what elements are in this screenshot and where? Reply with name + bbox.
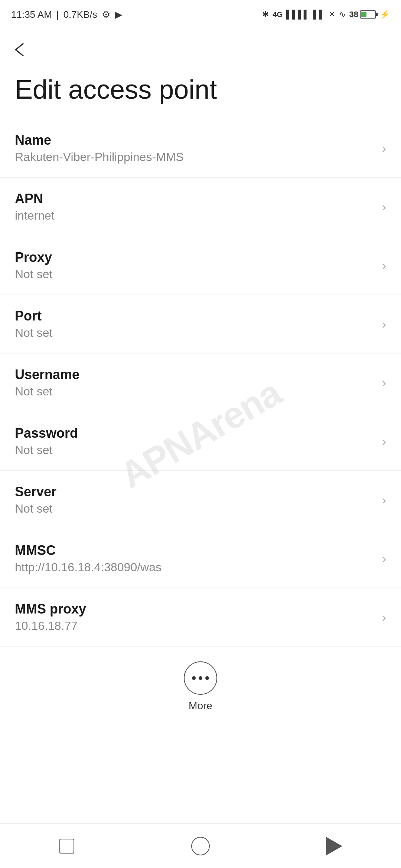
nav-home-button[interactable] (182, 835, 219, 857)
bluetooth-icon: ✱ (262, 10, 269, 19)
charging-icon: ⚡ (380, 10, 390, 19)
settings-item-mms-proxy[interactable]: MMS proxy 10.16.18.77 › (0, 588, 401, 647)
wifi-icon: ∿ (339, 10, 346, 19)
settings-item-name-label: Name (15, 132, 375, 148)
settings-item-apn-content: APN internet (15, 191, 375, 223)
status-left: 11:35 AM | 0.7KB/s ⚙ ▶ (11, 9, 122, 20)
settings-item-password-content: Password Not set (15, 425, 375, 457)
settings-item-mms-proxy-content: MMS proxy 10.16.18.77 (15, 601, 375, 633)
settings-item-password[interactable]: Password Not set › (0, 412, 401, 471)
more-label: More (189, 700, 212, 712)
recent-apps-icon (59, 839, 74, 854)
settings-item-server-value: Not set (15, 502, 375, 516)
network-speed: 0.7KB/s (63, 9, 97, 20)
signal-x-icon: ✕ (329, 10, 335, 19)
nav-recent-apps-button[interactable] (48, 835, 85, 857)
settings-item-proxy-content: Proxy Not set (15, 250, 375, 281)
chevron-right-icon: › (382, 493, 386, 507)
settings-item-username-label: Username (15, 367, 375, 382)
video-icon: ▶ (115, 9, 122, 20)
settings-item-mms-proxy-value: 10.16.18.77 (15, 619, 375, 633)
settings-item-proxy-label: Proxy (15, 250, 375, 265)
navigation-bar (0, 823, 401, 868)
back-arrow-icon (11, 41, 29, 59)
more-dots-icon (192, 676, 209, 680)
more-button-container[interactable]: More (0, 647, 401, 723)
settings-item-mmsc-value: http://10.16.18.4:38090/was (15, 560, 375, 574)
settings-item-proxy[interactable]: Proxy Not set › (0, 236, 401, 295)
settings-item-apn-label: APN (15, 191, 375, 207)
status-right: ✱ 4G ▌▌▌▌ ▌▌ ✕ ∿ 38 ⚡ (262, 10, 390, 19)
status-bar: 11:35 AM | 0.7KB/s ⚙ ▶ ✱ 4G ▌▌▌▌ ▌▌ ✕ ∿ … (0, 0, 401, 26)
settings-icon: ⚙ (102, 9, 110, 20)
settings-item-mms-proxy-label: MMS proxy (15, 601, 375, 617)
settings-item-username[interactable]: Username Not set › (0, 354, 401, 412)
chevron-right-icon: › (382, 258, 386, 273)
chevron-right-icon: › (382, 200, 386, 214)
settings-item-port-label: Port (15, 308, 375, 324)
more-button[interactable] (184, 661, 217, 695)
settings-item-server-label: Server (15, 484, 375, 500)
speed-display: | (56, 9, 59, 20)
battery-indicator: 38 (349, 10, 376, 19)
settings-item-mmsc-label: MMSC (15, 543, 375, 558)
back-button[interactable] (0, 26, 401, 68)
chevron-right-icon: › (382, 317, 386, 331)
settings-item-password-value: Not set (15, 443, 375, 457)
settings-item-name[interactable]: Name Rakuten-Viber-Philippines-MMS › (0, 119, 401, 178)
battery-icon (360, 10, 376, 19)
chevron-right-icon: › (382, 610, 386, 624)
signal-bars-icon: ▌▌▌▌ (286, 10, 309, 19)
settings-item-password-label: Password (15, 425, 375, 441)
settings-item-name-value: Rakuten-Viber-Philippines-MMS (15, 150, 375, 164)
settings-item-port[interactable]: Port Not set › (0, 295, 401, 354)
settings-item-name-content: Name Rakuten-Viber-Philippines-MMS (15, 132, 375, 164)
back-nav-icon (326, 837, 342, 855)
settings-list: Name Rakuten-Viber-Philippines-MMS › APN… (0, 119, 401, 647)
nav-back-button[interactable] (316, 835, 353, 857)
chevron-right-icon: › (382, 141, 386, 155)
settings-item-apn-value: internet (15, 209, 375, 223)
settings-item-username-value: Not set (15, 385, 375, 398)
settings-item-username-content: Username Not set (15, 367, 375, 398)
chevron-right-icon: › (382, 375, 386, 390)
page-title: Edit access point (0, 68, 401, 119)
settings-item-mmsc[interactable]: MMSC http://10.16.18.4:38090/was › (0, 529, 401, 588)
home-icon (191, 837, 210, 855)
settings-item-port-value: Not set (15, 326, 375, 340)
settings-item-port-content: Port Not set (15, 308, 375, 340)
chevron-right-icon: › (382, 551, 386, 566)
signal-4g-icon: 4G (273, 10, 283, 19)
settings-item-server-content: Server Not set (15, 484, 375, 516)
signal-bars-2-icon: ▌▌ (313, 10, 325, 19)
time-display: 11:35 AM (11, 9, 52, 20)
settings-item-server[interactable]: Server Not set › (0, 471, 401, 529)
settings-item-mmsc-content: MMSC http://10.16.18.4:38090/was (15, 543, 375, 574)
chevron-right-icon: › (382, 434, 386, 448)
settings-item-apn[interactable]: APN internet › (0, 178, 401, 236)
settings-item-proxy-value: Not set (15, 267, 375, 281)
